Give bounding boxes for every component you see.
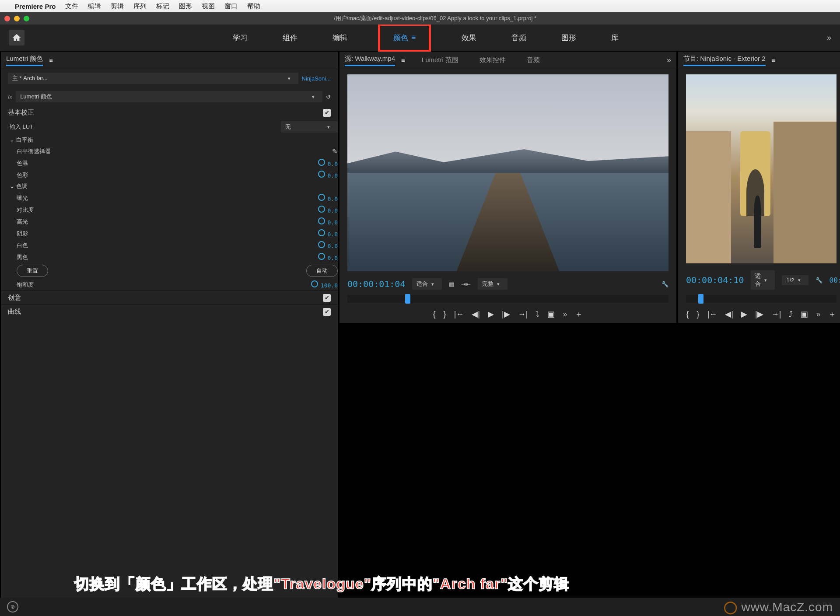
eyedropper-icon[interactable]: ✎ xyxy=(332,147,338,155)
fit-dropdown[interactable]: 适合 xyxy=(412,278,442,290)
menu-help[interactable]: 帮助 xyxy=(247,2,260,10)
mark-in-icon[interactable]: { xyxy=(433,310,436,319)
step-fwd-icon[interactable]: |▶ xyxy=(755,309,763,319)
master-clip-dropdown[interactable]: 主 * Arch far... xyxy=(8,73,298,84)
creative-cloud-icon[interactable]: ⊚ xyxy=(7,601,18,612)
add-button-icon[interactable]: ＋ xyxy=(828,309,836,319)
insert-icon[interactable]: ⤵ xyxy=(536,310,539,319)
menu-icon[interactable]: ≡ xyxy=(49,56,53,64)
shadows-label: 阴影 xyxy=(17,230,28,238)
overflow-icon[interactable]: » xyxy=(563,310,567,319)
menu-view[interactable]: 视图 xyxy=(202,2,215,10)
creative-toggle[interactable]: ✔ xyxy=(323,294,331,302)
basic-toggle[interactable]: ✔ xyxy=(323,109,331,117)
basic-correction-header[interactable]: 基本校正 xyxy=(8,108,34,117)
reset-icon[interactable]: ↺ xyxy=(326,94,331,100)
menu-window[interactable]: 窗口 xyxy=(224,2,238,10)
source-monitor-panel: 源: Walkway.mp4 ≡ Lumetri 范围 效果控件 音频 » 00… xyxy=(340,52,676,323)
zoom-icon[interactable] xyxy=(24,16,29,21)
source-scrubber[interactable] xyxy=(347,295,668,303)
ws-assembly[interactable]: 组件 xyxy=(278,24,302,52)
ws-graphics[interactable]: 图形 xyxy=(557,24,581,52)
add-button-icon[interactable]: ＋ xyxy=(575,309,583,319)
step-fwd-icon[interactable]: |▶ xyxy=(502,309,510,319)
menu-sequence[interactable]: 序列 xyxy=(133,2,147,10)
settings-icon[interactable]: 🔧 xyxy=(662,281,668,287)
curves-toggle[interactable]: ✔ xyxy=(323,308,331,316)
fit-dropdown[interactable]: 适合 xyxy=(751,270,775,290)
step-back-icon[interactable]: ◀| xyxy=(472,309,480,319)
menu-clip[interactable]: 剪辑 xyxy=(111,2,124,10)
minimize-icon[interactable] xyxy=(14,16,20,21)
lumetri-color-panel: Lumetri 颜色 ≡ 主 * Arch far... NinjaSoni..… xyxy=(1,52,338,605)
overflow-icon[interactable]: » xyxy=(827,33,831,42)
tab-lumetri-scopes[interactable]: Lumetri 范围 xyxy=(422,56,458,64)
mark-in-icon[interactable]: { xyxy=(686,310,689,319)
overflow-icon[interactable]: » xyxy=(667,56,671,65)
lift-icon[interactable]: ⤴ xyxy=(789,310,793,319)
ws-color[interactable]: 颜色 ≡ xyxy=(389,30,420,46)
status-bar: ⊚ ◯ www.MacZ.com xyxy=(0,598,840,616)
tab-effect-controls[interactable]: 效果控件 xyxy=(480,56,506,64)
sequence-link[interactable]: NinjaSoni... xyxy=(302,75,331,82)
reset-button[interactable]: 重置 xyxy=(17,265,48,277)
menu-icon[interactable]: ≡ xyxy=(401,56,405,64)
extract-icon[interactable]: ▣ xyxy=(801,309,808,319)
home-button[interactable] xyxy=(9,30,24,46)
close-icon[interactable] xyxy=(4,16,10,21)
source-viewer[interactable] xyxy=(347,74,668,271)
settings-icon[interactable]: 🔧 xyxy=(816,277,822,284)
duration-timecode: 00:01: xyxy=(830,276,840,284)
wb-picker-label: 白平衡选择器 xyxy=(17,147,51,155)
ws-learn[interactable]: 学习 xyxy=(228,24,252,52)
curves-header[interactable]: 曲线 xyxy=(8,308,21,316)
program-scrubber[interactable] xyxy=(686,295,836,303)
mark-out-icon[interactable]: } xyxy=(444,310,446,319)
saturation-label: 饱和度 xyxy=(17,281,34,289)
mark-out-icon[interactable]: } xyxy=(697,310,700,319)
wb-header[interactable]: 白平衡 xyxy=(16,136,33,143)
menu-icon[interactable]: ≡ xyxy=(772,56,776,64)
ws-audio[interactable]: 音频 xyxy=(507,24,531,52)
ws-library[interactable]: 库 xyxy=(607,24,623,52)
source-timecode[interactable]: 00:00:01:04 xyxy=(347,279,405,289)
program-timecode[interactable]: 00:00:04:10 xyxy=(686,275,744,285)
step-back-icon[interactable]: ◀| xyxy=(725,309,733,319)
program-viewer[interactable] xyxy=(686,74,836,263)
ws-effects[interactable]: 效果 xyxy=(457,24,481,52)
lumetri-tab[interactable]: Lumetri 颜色 xyxy=(6,55,43,66)
quality-dropdown[interactable]: 1/2 xyxy=(782,275,808,285)
overflow-icon[interactable]: » xyxy=(816,310,820,319)
expand-icon[interactable]: ⇥⇤ xyxy=(461,281,471,287)
play-icon[interactable]: ▶ xyxy=(741,309,747,319)
program-tab[interactable]: 节目: NinjaSonic - Exterior 2 xyxy=(683,55,766,66)
ws-edit[interactable]: 编辑 xyxy=(328,24,352,52)
creative-header[interactable]: 创意 xyxy=(8,294,21,302)
watermark: ◯ www.MacZ.com xyxy=(724,600,833,614)
menu-edit[interactable]: 编辑 xyxy=(88,2,101,10)
go-out-icon[interactable]: →| xyxy=(771,310,781,319)
menu-graphics[interactable]: 图形 xyxy=(179,2,192,10)
menu-markers[interactable]: 标记 xyxy=(156,2,169,10)
program-transport: { } |← ◀| ▶ |▶ →| ⤴ ▣ » ＋ xyxy=(686,309,836,319)
play-icon[interactable]: ▶ xyxy=(488,309,494,319)
go-in-icon[interactable]: |← xyxy=(454,310,464,319)
quality-dropdown[interactable]: 完整 xyxy=(478,278,508,290)
overwrite-icon[interactable]: ▣ xyxy=(547,309,555,319)
whites-label: 白色 xyxy=(17,242,28,249)
go-out-icon[interactable]: →| xyxy=(518,310,528,319)
tone-header[interactable]: 色调 xyxy=(16,183,28,189)
auto-button[interactable]: 自动 xyxy=(306,265,338,277)
app-name[interactable]: Premiere Pro xyxy=(15,3,56,10)
lut-dropdown[interactable]: 无 xyxy=(281,121,338,133)
source-tab[interactable]: 源: Walkway.mp4 xyxy=(345,55,395,66)
tab-audio[interactable]: 音频 xyxy=(527,56,540,64)
annotation-caption: 切换到「颜色」工作区，处理"Travelogue"序列中的"Arch far"这… xyxy=(74,574,569,594)
menu-file[interactable]: 文件 xyxy=(65,2,78,10)
source-transport: { } |← ◀| ▶ |▶ →| ⤵ ▣ » ＋ xyxy=(347,309,668,319)
window-path: /用户/mac/桌面/edit-adjust-video-clips/06_02… xyxy=(35,14,836,22)
effect-dropdown[interactable]: Lumetri 颜色 xyxy=(16,91,322,102)
grid-icon[interactable]: ▦ xyxy=(449,281,454,287)
go-in-icon[interactable]: |← xyxy=(707,310,718,319)
menu-icon[interactable]: ≡ xyxy=(412,33,416,42)
